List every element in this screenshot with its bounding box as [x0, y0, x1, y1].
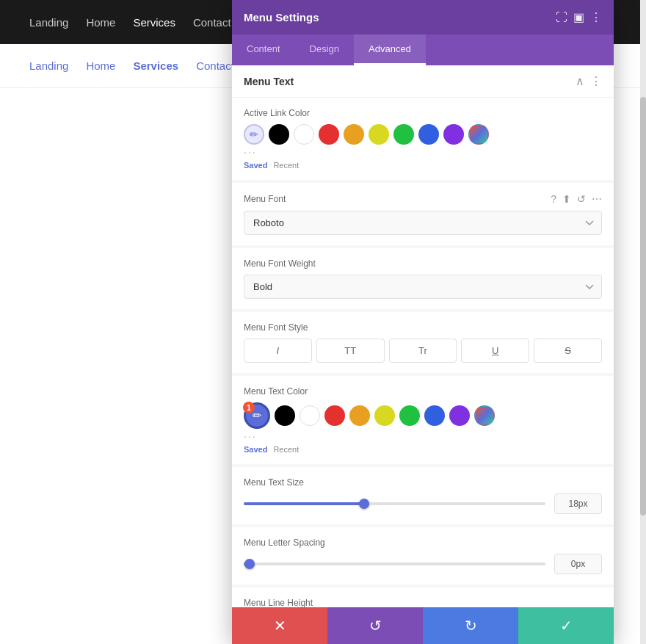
tab-design[interactable]: Design — [295, 35, 354, 65]
scrollbar-thumb[interactable] — [640, 97, 646, 515]
menu-font-select[interactable]: Roboto — [244, 211, 602, 235]
reset-button[interactable]: ↺ — [327, 607, 423, 644]
text-size-fill — [244, 502, 364, 505]
modal-body: Menu Text ∧ ⋮ Active Link Color ✏ ··· — [232, 65, 614, 607]
active-link-color-label: Active Link Color — [244, 108, 602, 118]
menu-saved-recent: Saved Recent — [244, 445, 602, 454]
nav-contact[interactable]: Contact — [193, 16, 231, 29]
menu-color-blue[interactable] — [424, 405, 445, 426]
menu-settings-modal: Menu Settings ⛶ ▣ ⋮ Content Design Advan… — [232, 0, 614, 644]
menu-font-label: Menu Font — [244, 194, 545, 204]
menu-text-size-label: Menu Text Size — [244, 477, 602, 488]
menu-line-height-group: Menu Line Height — [232, 587, 614, 607]
menu-color-yellow[interactable] — [374, 405, 395, 426]
modal-header-actions: ⛶ ▣ ⋮ — [556, 10, 602, 24]
saved-recent: Saved Recent — [244, 161, 602, 170]
menu-more-dots: ··· — [244, 430, 602, 442]
menu-color-purple[interactable] — [449, 405, 470, 426]
save-button[interactable]: ✓ — [518, 607, 614, 644]
collapse-icon[interactable]: ∧ — [576, 74, 584, 88]
menu-letter-spacing-group: Menu Letter Spacing — [232, 527, 614, 585]
more-font-icon[interactable]: ⋯ — [592, 193, 602, 205]
modal-tabs: Content Design Advanced — [232, 35, 614, 65]
color-black[interactable] — [269, 124, 289, 145]
menu-font-weight-group: Menu Font Weight Bold — [232, 248, 614, 309]
menu-letter-spacing-label: Menu Letter Spacing — [244, 538, 602, 548]
upload-icon[interactable]: ⬆ — [562, 193, 571, 205]
second-nav-home[interactable]: Home — [86, 59, 115, 72]
menu-line-height-label: Menu Line Height — [244, 598, 602, 607]
text-size-track[interactable] — [244, 502, 545, 505]
active-link-color-swatches: ✏ — [244, 124, 602, 145]
menu-text-size-slider — [244, 493, 602, 514]
tab-advanced[interactable]: Advanced — [354, 35, 426, 65]
menu-letter-spacing-slider — [244, 554, 602, 574]
modal-bottom-bar: ✕ ↺ ↻ ✓ — [232, 607, 614, 644]
section-header: Menu Text ∧ ⋮ — [232, 65, 614, 98]
color-blue[interactable] — [418, 124, 439, 145]
second-nav-services[interactable]: Services — [133, 59, 178, 72]
menu-color-red[interactable] — [324, 405, 345, 426]
fullscreen-icon[interactable]: ⛶ — [556, 11, 567, 24]
redo-button[interactable]: ↻ — [423, 607, 518, 644]
nav-landing[interactable]: Landing — [29, 16, 68, 29]
strikethrough-button[interactable]: S — [534, 339, 602, 363]
menu-saved-label: Saved — [244, 445, 267, 454]
underline-button[interactable]: U — [461, 339, 529, 363]
section-more-icon[interactable]: ⋮ — [590, 74, 602, 88]
nav-home[interactable]: Home — [86, 16, 115, 29]
menu-color-orange[interactable] — [349, 405, 370, 426]
modal-header: Menu Settings ⛶ ▣ ⋮ — [232, 0, 614, 35]
color-gradient[interactable] — [468, 124, 489, 145]
menu-color-black[interactable] — [275, 405, 295, 426]
color-green[interactable] — [393, 124, 414, 145]
menu-text-size-group: Menu Text Size — [232, 467, 614, 524]
active-link-color-group: Active Link Color ✏ ··· Saved Recent — [232, 98, 614, 180]
cancel-button[interactable]: ✕ — [232, 607, 327, 644]
more-dots: ··· — [244, 146, 602, 158]
menu-font-weight-select[interactable]: Bold — [244, 275, 602, 299]
menu-color-green[interactable] — [399, 405, 420, 426]
second-nav-landing[interactable]: Landing — [29, 59, 68, 72]
saved-label: Saved — [244, 161, 267, 170]
recent-label: Recent — [273, 161, 299, 170]
menu-recent-label: Recent — [273, 445, 299, 454]
modal-title: Menu Settings — [244, 11, 319, 23]
color-picker-button[interactable]: ✏ — [244, 124, 264, 145]
uppercase-button[interactable]: TT — [316, 339, 385, 363]
text-size-value[interactable] — [554, 493, 602, 514]
tab-content[interactable]: Content — [232, 35, 295, 65]
second-nav-contact[interactable]: Contact — [196, 59, 234, 72]
letter-spacing-track[interactable] — [244, 562, 545, 565]
font-options-row: Menu Font ? ⬆ ↺ ⋯ — [244, 193, 602, 205]
italic-button[interactable]: I — [244, 339, 312, 363]
color-red[interactable] — [319, 124, 339, 145]
help-icon[interactable]: ? — [551, 193, 556, 205]
scrollbar-track — [640, 0, 646, 644]
text-size-thumb[interactable] — [359, 499, 369, 509]
letter-spacing-thumb[interactable] — [244, 559, 255, 569]
color-purple[interactable] — [443, 124, 464, 145]
menu-text-color-label: Menu Text Color — [244, 386, 602, 397]
color-yellow[interactable] — [369, 124, 389, 145]
menu-font-weight-label: Menu Font Weight — [244, 258, 602, 269]
color-white[interactable] — [294, 124, 314, 145]
menu-text-color-swatches: ✏ 1 — [244, 402, 602, 429]
color-orange[interactable] — [344, 124, 364, 145]
letter-spacing-value[interactable] — [554, 554, 602, 574]
menu-text-color-group: Menu Text Color ✏ 1 ··· Saved — [232, 376, 614, 464]
menu-font-style-label: Menu Font Style — [244, 322, 602, 333]
menu-font-group: Menu Font ? ⬆ ↺ ⋯ Roboto — [232, 183, 614, 245]
nav-services[interactable]: Services — [133, 16, 175, 29]
menu-color-picker-button[interactable]: ✏ 1 — [244, 402, 270, 429]
more-options-icon[interactable]: ⋮ — [590, 10, 602, 24]
color-badge: 1 — [243, 402, 255, 413]
section-title: Menu Text — [244, 76, 294, 87]
split-view-icon[interactable]: ▣ — [573, 10, 584, 24]
capitalize-button[interactable]: Tr — [389, 339, 457, 363]
menu-color-gradient[interactable] — [474, 405, 495, 426]
reset-font-icon[interactable]: ↺ — [577, 193, 586, 205]
menu-font-style-group: Menu Font Style I TT Tr U S — [232, 312, 614, 373]
menu-color-white[interactable] — [300, 405, 320, 426]
font-style-buttons: I TT Tr U S — [244, 339, 602, 363]
